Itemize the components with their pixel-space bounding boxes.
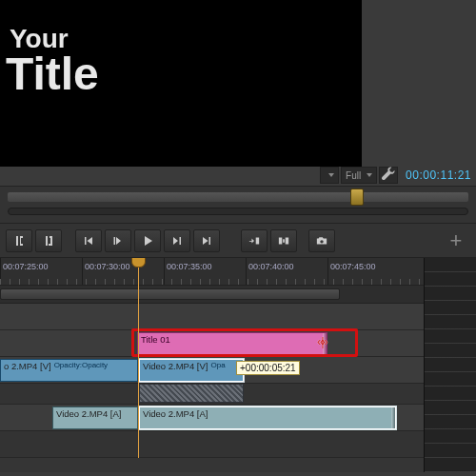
clip-effect-label: Opacity:Opacity [54, 361, 108, 369]
clip-label: Video 2.MP4 [A] [56, 408, 121, 419]
go-to-out-button[interactable] [193, 229, 220, 252]
video-preview[interactable]: Your Title [0, 0, 362, 167]
extract-button[interactable] [270, 229, 297, 252]
mark-in-icon [13, 235, 25, 247]
clip-audio-right[interactable]: Video 2.MP4 [A] [139, 407, 396, 429]
audio-track-2[interactable] [0, 431, 424, 458]
step-back-button[interactable] [105, 229, 131, 252]
wrench-icon [380, 167, 397, 184]
clip-effect-label: Opa [210, 361, 225, 369]
audio-track-1[interactable]: Video 2.MP4 [A] Video 2.MP4 [A] [0, 405, 424, 431]
audio-meters [424, 258, 476, 472]
play-button[interactable] [134, 229, 161, 252]
clip-video-v-left[interactable]: o 2.MP4 [V] Opacity:Opacity [0, 359, 138, 382]
go-to-in-button[interactable] [75, 229, 102, 252]
clip-audio-left[interactable]: Video 2.MP4 [A] [52, 407, 138, 429]
clip-label: Video 2.MP4 [A] [143, 408, 208, 419]
export-frame-button[interactable] [308, 229, 335, 252]
resolution-dropdown[interactable]: Full [341, 167, 377, 184]
button-editor[interactable]: + [442, 228, 470, 253]
time-ruler[interactable]: 00:07:25:00 00:07:30:00 00:07:35:00 00:0… [0, 258, 424, 285]
mark-in-button[interactable] [6, 229, 32, 252]
zoom-bar[interactable] [8, 208, 468, 215]
step-back-icon [112, 235, 124, 247]
clip-title01[interactable]: Title 01 [137, 332, 327, 355]
video-track-1[interactable]: o 2.MP4 [V] Opacity:Opacity Video 2.MP4 … [0, 357, 424, 384]
seek-area [0, 186, 476, 224]
mark-out-button[interactable] [35, 229, 62, 252]
mark-out-icon [43, 235, 54, 247]
clip-label: Title 01 [141, 334, 170, 345]
program-timecode[interactable]: 00:00:11:21 [406, 169, 471, 182]
program-monitor: Your Title Full 00:00:11:21 [0, 0, 476, 186]
clip-label: o 2.MP4 [V] [4, 361, 51, 371]
seek-bar[interactable] [8, 192, 468, 202]
clip-label: Video 2.MP4 [V] [143, 361, 208, 371]
view-mode-dropdown[interactable] [320, 167, 339, 184]
preview-text-line2: Title [6, 48, 99, 100]
go-out-icon [201, 235, 212, 247]
step-forward-button[interactable] [164, 229, 190, 252]
timeline-panel: 00:07:25:00 00:07:30:00 00:07:35:00 00:0… [0, 258, 424, 472]
trim-cursor-icon: «|» [317, 334, 326, 348]
lift-button[interactable] [241, 229, 268, 252]
lift-icon [248, 235, 260, 247]
video-track-1-expanded[interactable] [0, 384, 424, 405]
clip-thumbnail-strip[interactable] [139, 384, 244, 403]
playhead-head-icon [131, 258, 146, 268]
step-fwd-icon [171, 235, 183, 247]
resolution-label: Full [346, 170, 361, 181]
work-area-bar[interactable] [0, 285, 424, 304]
camera-icon [316, 235, 327, 247]
plus-icon: + [450, 228, 463, 253]
settings-button[interactable] [379, 167, 398, 184]
go-in-icon [83, 235, 94, 247]
video-track-2[interactable]: Title 01 «|» [0, 330, 424, 357]
clip-video-v-right[interactable]: Video 2.MP4 [V] Opa [139, 359, 244, 382]
video-track-3[interactable] [0, 304, 424, 330]
transport-controls: + [0, 224, 476, 258]
play-icon [142, 235, 153, 247]
trim-duration-tooltip: +00:00:05:21 [236, 361, 300, 375]
playhead[interactable] [138, 258, 139, 458]
extract-icon [278, 235, 289, 247]
seek-handle[interactable] [350, 188, 364, 206]
